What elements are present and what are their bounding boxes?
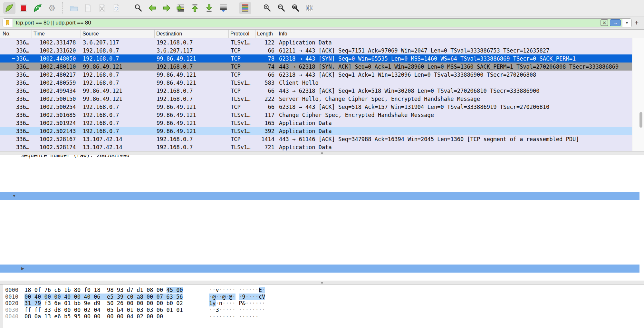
column-header-destination[interactable]: Destination: [155, 30, 229, 38]
detail-line[interactable]: 000. .... .... = Reserved: Not set: [0, 200, 639, 208]
detail-line[interactable]: .... ..0. .... = Urgent: Not set: [0, 232, 639, 240]
cell-length: 165: [255, 120, 277, 126]
go-forward-button[interactable]: [160, 2, 173, 14]
go-back-button[interactable]: [146, 2, 159, 14]
find-packet-button[interactable]: [132, 2, 144, 14]
cell-info: Client Hello: [277, 80, 632, 86]
start-capture-button[interactable]: [3, 2, 15, 14]
filter-toolbar: tcp.port == 80 || udp.port == 80 ✕ → ▾ +: [0, 16, 644, 30]
filter-bookmark-button[interactable]: [3, 19, 13, 27]
packet-list-header: No. Time Source Destination Protocol Len…: [0, 30, 644, 38]
hex-offset: 0020: [5, 300, 20, 307]
detail-line[interactable]: .... .0.. .... = ECN-Echo: Not set: [0, 224, 639, 232]
hex-row[interactable]: 001000 40 00 00 40 00 40 06 e5 39 c0 a8 …: [0, 294, 644, 300]
reload-capture-file-button[interactable]: [110, 2, 122, 14]
capture-options-button[interactable]: ⚙: [46, 2, 58, 14]
detail-line[interactable]: .... .... ...0 = Fin: Not set: [0, 273, 639, 281]
packet-row[interactable]: 336… 1002.448050 192.168.0.7 99.86.49.12…: [0, 54, 632, 63]
packet-row[interactable]: 336… 1002.480217 192.168.0.7 99.86.49.12…: [0, 71, 632, 79]
cell-no: 336…: [0, 104, 32, 110]
column-header-protocol[interactable]: Protocol: [229, 30, 255, 38]
hex-ascii: ··3····· ········: [209, 307, 265, 314]
colorize-packets-button[interactable]: [239, 2, 251, 14]
detail-line[interactable]: Acknowledgment number: 0: [0, 168, 639, 176]
column-header-length[interactable]: Length: [255, 30, 277, 38]
zoom-out-button[interactable]: [275, 2, 287, 14]
packet-row[interactable]: 336… 1002.499434 99.86.49.121 192.168.0.…: [0, 87, 632, 95]
cell-info: 62318 → 443 [SYN] Seq=0 Win=65535 Len=0 …: [277, 55, 632, 62]
cell-info: Change Cipher Spec, Encrypted Handshake …: [277, 112, 632, 118]
column-header-no[interactable]: No.: [0, 30, 32, 38]
stop-capture-button[interactable]: [17, 2, 30, 14]
column-header-source[interactable]: Source: [81, 30, 155, 38]
cell-time: 1002.480217: [32, 72, 81, 78]
detail-line[interactable]: ▼ Flags: 0x002 (SYN): [0, 192, 639, 200]
clipped-detail-line: Sequence number (raw): 2005041990: [0, 155, 644, 160]
filter-add-button[interactable]: +: [632, 19, 641, 27]
detail-line[interactable]: ▶ .... .... ..1. = Syn: Set: [0, 265, 639, 273]
hex-row[interactable]: 000018 0f 76 c6 1b 80 f0 18 98 93 d7 d1 …: [0, 287, 644, 294]
cell-time: 1002.502143: [32, 128, 81, 134]
cell-no: 336…: [0, 72, 32, 78]
packet-row[interactable]: 336… 1002.331620 192.168.0.7 3.6.207.117…: [0, 46, 632, 54]
open-capture-file-button[interactable]: [68, 2, 80, 14]
packet-row[interactable]: 336… 1002.480559 192.168.0.7 99.86.49.12…: [0, 79, 632, 87]
detail-line[interactable]: .... ...0 .... = Acknowledgment: Not set: [0, 240, 639, 248]
cell-length: 66: [255, 88, 277, 94]
column-header-info[interactable]: Info: [277, 30, 644, 38]
pane-splitter-top[interactable]: [0, 151, 644, 155]
filter-apply-button[interactable]: →: [610, 19, 621, 26]
packet-row[interactable]: 336… 1002.502143 192.168.0.7 99.86.49.12…: [0, 127, 632, 135]
detail-line[interactable]: .... .... 0... = Push: Not set: [0, 248, 639, 256]
packet-row[interactable]: 336… 1002.528167 13.107.42.14 192.168.0.…: [0, 135, 632, 143]
cell-length: 66: [255, 104, 277, 110]
filter-input[interactable]: tcp.port == 80 || udp.port == 80: [13, 20, 601, 26]
cell-source: 99.86.49.121: [81, 88, 155, 94]
expand-arrow-icon[interactable]: ▶: [21, 265, 24, 273]
pane-splitter-bottom[interactable]: [0, 281, 644, 285]
detail-line[interactable]: Acknowledgment number (raw): 0: [0, 176, 639, 184]
packet-row[interactable]: 336… 1002.528174 13.107.42.14 192.168.0.…: [0, 143, 632, 151]
display-filter-field[interactable]: tcp.port == 80 || udp.port == 80 ✕ → ▾: [3, 18, 632, 27]
expand-arrow-icon[interactable]: ▼: [12, 192, 16, 200]
detail-line[interactable]: .... 0... .... = Congestion Window Reduc…: [0, 216, 639, 224]
zoom-in-button[interactable]: [261, 2, 273, 14]
cell-source: 192.168.0.7: [81, 120, 155, 126]
bookmark-icon: [5, 20, 10, 26]
packet-list-scrollbar[interactable]: [632, 38, 644, 151]
auto-scroll-button[interactable]: [217, 2, 229, 14]
packet-row[interactable]: 336… 1002.500254 192.168.0.7 99.86.49.12…: [0, 103, 632, 111]
detail-line[interactable]: [Next sequence number: 1 (relative seque…: [0, 160, 639, 168]
auto-scroll-icon: [219, 4, 228, 13]
packet-row[interactable]: 336… 1002.480110 99.86.49.121 192.168.0.…: [0, 63, 632, 71]
zoom-out-icon: [277, 4, 286, 13]
cell-protocol: TCP: [229, 104, 255, 110]
hex-row[interactable]: 002031 79 f3 6e 01 bb 9e d9 50 26 00 00 …: [0, 300, 644, 307]
detail-line[interactable]: .... .... .0.. = Reset: Not set: [0, 256, 639, 265]
hex-offset: 0040: [5, 313, 20, 320]
close-capture-file-button[interactable]: [96, 2, 108, 14]
zoom-original-button[interactable]: [289, 2, 302, 14]
resize-columns-button[interactable]: [303, 2, 316, 14]
detail-line[interactable]: ...0 .... .... = Nonce: Not set: [0, 208, 639, 216]
packet-row[interactable]: 336… 1002.501685 192.168.0.7 99.86.49.12…: [0, 111, 632, 119]
packet-row[interactable]: 336… 1002.331478 3.6.207.117 192.168.0.7…: [0, 38, 632, 46]
hex-bytes: ff ff 33 d8 00 00 02 04 05 b4 01 03 03 0…: [24, 307, 200, 314]
filter-clear-button[interactable]: ✕: [601, 19, 608, 26]
go-to-packet-button[interactable]: [175, 2, 187, 14]
restart-capture-button[interactable]: [32, 2, 44, 14]
column-header-time[interactable]: Time: [32, 30, 81, 38]
save-capture-file-button[interactable]: [82, 2, 94, 14]
go-to-last-packet-button[interactable]: [203, 2, 215, 14]
hex-row[interactable]: 0030ff ff 33 d8 00 00 02 04 05 b4 01 03 …: [0, 307, 644, 314]
hex-row[interactable]: 004008 0a 13 e6 b5 95 00 00 00 00 04 02 …: [0, 313, 644, 320]
cell-destination: 192.168.0.7: [155, 88, 229, 94]
detail-line[interactable]: 1011 .... = Header Length: 44 bytes (11): [0, 184, 639, 192]
filter-dropdown-button[interactable]: ▾: [622, 19, 631, 27]
cell-time: 1002.501685: [32, 112, 81, 118]
scrollbar-thumb[interactable]: [639, 112, 642, 128]
cell-info: 62318 → 443 [ACK] Seq=1 Ack=1 Win=132096…: [277, 72, 632, 78]
packet-row[interactable]: 336… 1002.501924 192.168.0.7 99.86.49.12…: [0, 119, 632, 127]
packet-row[interactable]: 336… 1002.500150 99.86.49.121 192.168.0.…: [0, 95, 632, 103]
go-to-first-packet-button[interactable]: [189, 2, 201, 14]
